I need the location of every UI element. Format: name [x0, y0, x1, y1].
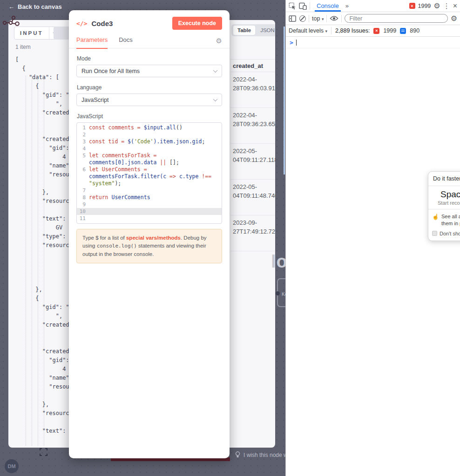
devtools-panel: Console » × 1999 ⚙ ⋮ × top ▾ — [285, 0, 460, 476]
error-count: 1999 — [418, 3, 431, 9]
console-levels-bar: Default levels ▾ 2,889 Issues: × 1999 89… — [286, 25, 460, 37]
tab-console[interactable]: Console — [313, 0, 343, 12]
output-tabs: TableJSONS — [231, 24, 275, 36]
context-value: top — [312, 15, 320, 22]
screen: ← Back to canvas INPUT 1 item [ { — [0, 0, 460, 476]
output-tab-json[interactable]: JSON — [256, 26, 275, 35]
line-number: 5 — [77, 152, 89, 166]
code-line[interactable]: 10 — [77, 208, 222, 215]
canvas-background-text: lo — [271, 252, 285, 272]
console-settings-gear-icon[interactable]: ⚙ — [451, 15, 457, 22]
avatar[interactable]: DM — [5, 459, 19, 473]
node-title: Code3 — [91, 20, 172, 27]
node-settings-gear-icon[interactable]: ⚙ — [216, 37, 222, 45]
chevron-down-icon: ▾ — [322, 17, 324, 21]
dont-show-row[interactable]: Don't show — [428, 229, 460, 241]
output-rows: 2022-04- 28T09:36:03.918Z2022-04- 28T09:… — [230, 72, 275, 251]
line-number: 6 — [77, 166, 89, 187]
code-line[interactable]: 3const tid = $('Code').item.json.gid; — [77, 138, 222, 145]
code-line[interactable]: 4 — [77, 145, 222, 152]
line-number: 2 — [77, 131, 89, 138]
output-column-header: created_at — [230, 59, 275, 72]
shortcut-key: Space — [440, 189, 460, 200]
table-row[interactable]: 2022-05- 04T09:11:48.740Z — [230, 180, 275, 215]
input-selector-label: INPUT — [14, 27, 49, 39]
line-number: 8 — [77, 194, 89, 201]
back-to-canvas-label: Back to canvas — [18, 3, 62, 10]
fullscreen-icon[interactable] — [40, 448, 47, 456]
mode-value: Run Once for All Items — [81, 68, 140, 74]
line-number: 7 — [77, 187, 89, 194]
code-line[interactable]: 7 — [77, 187, 222, 194]
table-row[interactable]: 2022-05- 04T09:11:27.118Z — [230, 144, 275, 180]
output-panel: TableJSONS created_at 2022-04- 28T09:36:… — [230, 20, 275, 448]
error-badge-icon[interactable]: × — [409, 3, 415, 9]
table-row[interactable]: 2022-04- 28T09:36:03.918Z — [230, 72, 275, 108]
live-expression-eye-icon[interactable] — [330, 15, 338, 21]
dont-show-checkbox[interactable] — [432, 231, 437, 236]
modal-tab-docs[interactable]: Docs — [119, 33, 133, 49]
more-tabs-icon[interactable]: » — [345, 2, 349, 9]
execute-node-button[interactable]: Execute node — [172, 17, 222, 30]
close-icon[interactable]: × — [453, 2, 457, 10]
code-text — [89, 145, 222, 152]
table-row[interactable]: 2022-04- 28T09:36:23.655Z — [230, 108, 275, 144]
console-filter-input[interactable] — [345, 14, 447, 23]
popup-tip: ☝ See all ava them in pr — [428, 209, 460, 229]
clear-console-icon[interactable] — [299, 15, 306, 22]
node-feedback-text: I wish this node wou — [244, 452, 285, 458]
line-number: 11 — [77, 215, 89, 222]
log-levels-dropdown[interactable]: Default levels ▾ — [289, 27, 327, 34]
kebab-menu-icon[interactable]: ⋮ — [443, 2, 450, 9]
line-number: 9 — [77, 201, 89, 208]
issues-label[interactable]: 2,889 Issues: — [335, 27, 370, 34]
settings-gear-icon[interactable]: ⚙ — [433, 2, 440, 10]
console-prompt[interactable]: > — [286, 37, 460, 48]
code-editor[interactable]: 1const comments = $input.all()23const ti… — [76, 122, 222, 224]
tip-text: See all ava them in pr — [441, 213, 460, 227]
code-node-modal: </> Code3 Execute node ParametersDocs ⚙ … — [69, 10, 230, 458]
chevron-down-icon — [213, 68, 218, 73]
code-line[interactable]: 5let commentsForTask = comments[0].json.… — [77, 152, 222, 166]
issues-message-badge-icon — [400, 28, 406, 34]
mode-select[interactable]: Run Once for All Items — [76, 65, 222, 77]
code-editor-label: JavaScript — [77, 113, 222, 120]
line-number: 10 — [77, 208, 89, 215]
code-line[interactable]: 9 — [77, 201, 222, 208]
modal-header: </> Code3 Execute node — [69, 10, 230, 34]
language-select[interactable]: JavaScript — [76, 94, 222, 106]
code-line[interactable]: 1const comments = $input.all() — [77, 124, 222, 131]
line-number: 3 — [77, 138, 89, 145]
workflow-mini-icon — [2, 14, 22, 28]
node-label-fragment: Ke — [282, 292, 285, 297]
back-to-canvas-button[interactable]: ← Back to canvas — [8, 3, 62, 10]
devtools-resize-handle[interactable] — [284, 27, 285, 174]
device-toolbar-icon[interactable] — [299, 2, 307, 10]
output-tab-table[interactable]: Table — [233, 26, 255, 35]
line-number: 1 — [77, 124, 89, 131]
console-sidebar-icon[interactable] — [289, 15, 297, 22]
popup-shortcut: Space Start recor — [428, 186, 460, 209]
code-line[interactable]: 6let UserComments = commentsForTask.filt… — [77, 166, 222, 187]
special-vars-link[interactable]: special vars/methods — [126, 235, 181, 241]
code-line[interactable]: 8return UserComments — [77, 194, 222, 201]
code-node-icon: </> — [76, 20, 87, 27]
context-selector[interactable]: top ▾ — [312, 15, 324, 22]
code-text — [89, 201, 222, 208]
table-row[interactable]: 2023-09- 27T17:49:12.727Z — [230, 215, 275, 251]
divider — [326, 15, 327, 22]
code-text — [89, 187, 222, 194]
code-line[interactable]: 2 — [77, 131, 222, 138]
code-line[interactable]: 11 — [77, 215, 222, 222]
hint-text: Type $ for a list of — [82, 235, 126, 241]
inspect-element-icon[interactable] — [289, 2, 296, 10]
back-arrow-icon: ← — [8, 3, 14, 10]
canvas-node-outline[interactable]: Ke — [277, 278, 285, 307]
chevron-down-icon: ▾ — [325, 29, 328, 34]
code-text: const tid = $('Code').item.json.gid; — [89, 138, 222, 145]
pointing-finger-icon: ☝ — [432, 213, 439, 227]
dont-show-label: Don't show — [440, 231, 460, 236]
modal-tab-parameters[interactable]: Parameters — [76, 33, 108, 49]
node-feedback-bar[interactable]: I wish this node wou — [235, 451, 285, 458]
mode-label: Mode — [77, 55, 222, 62]
